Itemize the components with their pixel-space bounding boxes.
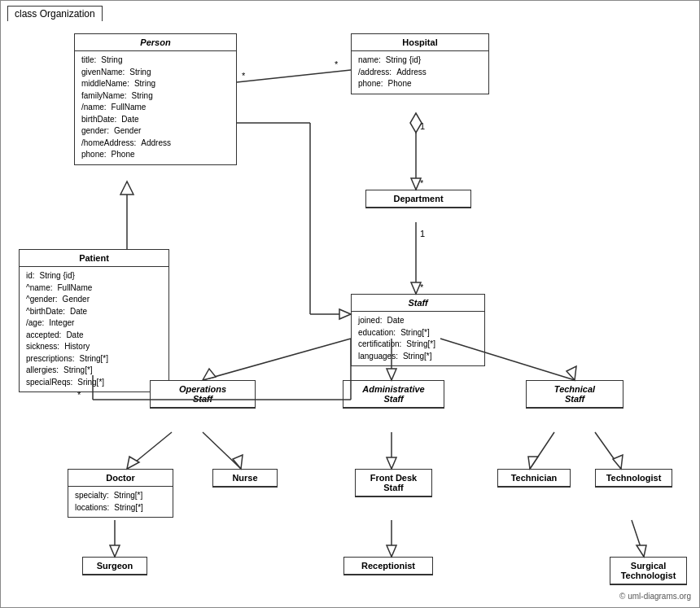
svg-line-24: [127, 432, 172, 469]
person-title: Person: [75, 34, 236, 51]
surgeon-title: Surgeon: [83, 558, 147, 575]
front-desk-staff-class: Front DeskStaff: [355, 469, 432, 497]
surgical-technologist-class: SurgicalTechnologist: [610, 557, 687, 585]
person-attrs: title:String givenName:String middleName…: [75, 51, 236, 164]
svg-marker-9: [411, 282, 421, 294]
admin-staff-title: AdministrativeStaff: [343, 381, 444, 408]
receptionist-title: Receptionist: [344, 558, 432, 575]
surgeon-class: Surgeon: [82, 557, 147, 575]
staff-attrs: joined:Date education:String[*] certific…: [352, 312, 484, 365]
svg-text:*: *: [242, 71, 246, 81]
department-class: Department: [365, 190, 471, 208]
svg-line-32: [595, 432, 621, 469]
svg-text:*: *: [420, 282, 424, 292]
svg-text:1: 1: [420, 121, 425, 131]
svg-line-38: [632, 520, 644, 557]
svg-marker-17: [339, 309, 351, 319]
hospital-class: Hospital name:String {id} /address:Addre…: [351, 33, 489, 94]
svg-line-26: [203, 432, 241, 469]
svg-text:*: *: [335, 59, 339, 69]
nurse-title: Nurse: [213, 470, 277, 487]
staff-class: Staff joined:Date education:String[*] ce…: [351, 294, 485, 366]
operations-staff-class: OperationsStaff: [150, 380, 256, 409]
svg-marker-19: [203, 369, 216, 380]
staff-title: Staff: [352, 295, 484, 312]
svg-marker-13: [120, 182, 133, 195]
patient-class: Patient id:String {id} ^name:FullName ^g…: [19, 249, 169, 392]
front-desk-title: Front DeskStaff: [356, 470, 431, 496]
operations-staff-title: OperationsStaff: [151, 381, 255, 408]
svg-line-30: [530, 432, 554, 469]
svg-marker-29: [387, 457, 396, 469]
technician-title: Technician: [498, 470, 570, 487]
surgical-technologist-title: SurgicalTechnologist: [610, 558, 686, 584]
svg-text:1: 1: [420, 229, 425, 238]
svg-marker-27: [233, 455, 243, 469]
receptionist-class: Receptionist: [343, 557, 433, 575]
svg-marker-25: [127, 457, 139, 469]
nurse-class: Nurse: [212, 469, 278, 488]
svg-line-18: [203, 339, 351, 380]
technical-staff-title: TechnicalStaff: [527, 381, 623, 408]
svg-marker-23: [567, 366, 576, 380]
svg-marker-35: [110, 545, 120, 557]
svg-marker-4: [410, 113, 422, 133]
admin-staff-class: AdministrativeStaff: [343, 380, 444, 409]
hospital-title: Hospital: [352, 34, 488, 51]
svg-marker-39: [637, 545, 646, 557]
technologist-class: Technologist: [595, 469, 672, 488]
svg-text:*: *: [420, 178, 424, 188]
technical-staff-class: TechnicalStaff: [526, 380, 623, 409]
diagram-title: class Organization: [7, 6, 103, 21]
technologist-title: Technologist: [596, 470, 672, 487]
svg-marker-33: [613, 455, 623, 469]
svg-marker-31: [528, 457, 538, 469]
doctor-title: Doctor: [68, 470, 173, 487]
patient-attrs: id:String {id} ^name:FullName ^gender:Ge…: [20, 267, 168, 391]
doctor-attrs: specialty:String[*] locations:String[*]: [68, 487, 173, 517]
svg-marker-5: [411, 178, 421, 190]
svg-line-0: [237, 70, 351, 82]
department-title: Department: [366, 190, 470, 208]
diagram-container: class Organization * * 1 * 1 *: [0, 0, 700, 608]
patient-title: Patient: [20, 250, 168, 267]
hospital-attrs: name:String {id} /address:Address phone:…: [352, 51, 488, 94]
copyright: © uml-diagrams.org: [619, 592, 691, 601]
svg-marker-21: [387, 369, 396, 380]
svg-marker-37: [387, 545, 396, 557]
technician-class: Technician: [497, 469, 571, 488]
person-class: Person title:String givenName:String mid…: [74, 33, 237, 165]
doctor-class: Doctor specialty:String[*] locations:Str…: [68, 469, 173, 518]
